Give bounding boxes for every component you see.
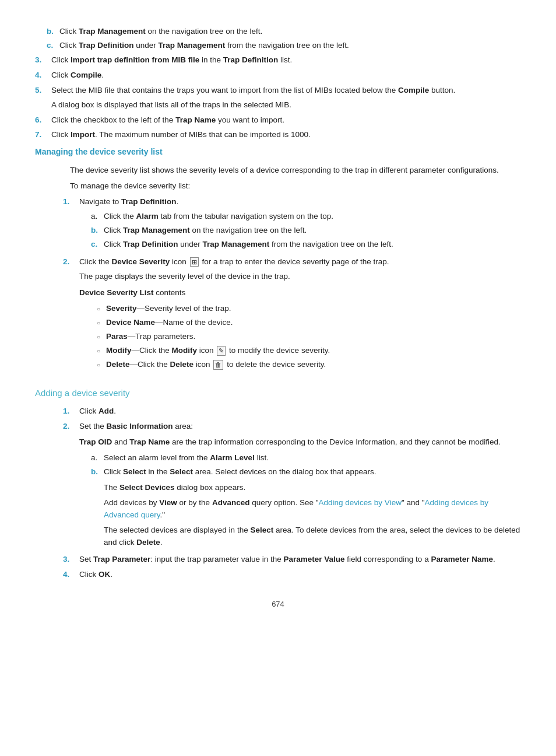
- step-b-content: Click Trap Management on the navigation …: [59, 26, 521, 38]
- adding-2b-subnotes: The Select Devices dialog box appears. A…: [104, 482, 521, 549]
- step-3-num: 3.: [35, 54, 51, 66]
- adding-2a-label: a.: [91, 452, 104, 464]
- adding-2b-bold1: Select: [123, 467, 146, 476]
- step-7-bold1: Import: [71, 130, 95, 139]
- step-b-label: b.: [47, 26, 59, 38]
- step-4-num: 4.: [35, 69, 51, 82]
- managing-step-1-content: Navigate to Trap Definition. a. Click th…: [79, 196, 521, 253]
- bullet-paras: ○ Paras—Trap parameters.: [97, 331, 521, 343]
- bullet-device-name-text: Device Name—Name of the device.: [106, 317, 233, 329]
- step-7-num: 7.: [35, 129, 51, 141]
- managing-step-1-bold: Trap Definition: [121, 197, 177, 206]
- managing-step-1b: b. Click Trap Management on the navigati…: [91, 225, 521, 237]
- bullet-modify-text: Modify—Click the Modify icon ✎ to modify…: [106, 345, 330, 357]
- device-severity-list-heading: Device Severity List: [79, 288, 154, 297]
- step-4-bold1: Compile: [71, 71, 101, 79]
- trap-oid-bold: Trap OID: [79, 438, 112, 446]
- managing-step-2-content: Click the Device Severity icon ⊞ for a t…: [79, 256, 521, 374]
- step-b-bold1: Trap Management: [79, 27, 146, 36]
- bullet-device-name: ○ Device Name—Name of the device.: [97, 317, 521, 329]
- bullet-icon-1: ○: [97, 304, 106, 314]
- step-6-content: Click the checkbox to the left of the Tr…: [51, 114, 521, 127]
- bullet-icon-5: ○: [97, 360, 106, 370]
- managing-1a-content: Click the Alarm tab from the tabular nav…: [104, 211, 521, 223]
- managing-step-1-substeps: a. Click the Alarm tab from the tabular …: [91, 211, 521, 251]
- adding-step-2-num: 2.: [63, 421, 79, 433]
- adding-2a-bold: Alarm Level: [210, 453, 255, 462]
- adding-step-3-bold3: Parameter Name: [431, 555, 493, 564]
- managing-1c-bold1: Trap Definition: [123, 240, 178, 249]
- managing-heading: Managing the device severity list: [35, 146, 521, 159]
- adding-step-2-bold: Basic Information: [107, 422, 173, 430]
- bullet-severity: ○ Severity—Severity level of the trap.: [97, 303, 521, 315]
- managing-1c-content: Click Trap Definition under Trap Managem…: [104, 239, 521, 251]
- bullet-icon-4: ○: [97, 346, 106, 356]
- intro-step-c: c. Click Trap Definition under Trap Mana…: [47, 40, 521, 52]
- adding-step-2: 2. Set the Basic Information area: Trap …: [63, 421, 521, 551]
- managing-1b-content: Click Trap Management on the navigation …: [104, 225, 521, 237]
- adding-step-2-substeps: a. Select an alarm level from the Alarm …: [91, 452, 521, 548]
- managing-1b-bold: Trap Management: [123, 226, 190, 235]
- adding-step-2a: a. Select an alarm level from the Alarm …: [91, 452, 521, 464]
- managing-para2: To manage the device severity list:: [70, 180, 521, 192]
- bullet-paras-text: Paras—Trap parameters.: [106, 331, 195, 343]
- adding-2b-note1: The Select Devices dialog box appears.: [104, 482, 521, 494]
- bullet-severity-text: Severity—Severity level of the trap.: [106, 303, 231, 315]
- intro-step-b: b. Click Trap Management on the navigati…: [47, 26, 521, 38]
- adding-step-4: 4. Click OK.: [63, 569, 521, 581]
- step-c-label: c.: [47, 40, 59, 52]
- managing-1b-label: b.: [91, 225, 104, 237]
- adding-step-4-content: Click OK.: [79, 569, 521, 581]
- page-content: b. Click Trap Management on the navigati…: [35, 26, 521, 610]
- step-3-content: Click Import trap definition from MIB fi…: [51, 54, 521, 66]
- steps-3-7: 3. Click Import trap definition from MIB…: [35, 54, 521, 142]
- adding-2a-content: Select an alarm level from the Alarm Lev…: [104, 452, 521, 464]
- adding-heading: Adding a device severity: [35, 386, 521, 400]
- managing-step-1: 1. Navigate to Trap Definition. a. Click…: [63, 196, 521, 253]
- adding-step-3-num: 3.: [63, 554, 79, 566]
- bullet-delete: ○ Delete—Click the Delete icon 🗑 to dele…: [97, 359, 521, 371]
- adding-step-3-bold2: Parameter Value: [283, 555, 344, 564]
- device-severity-list-section: Device Severity List contents ○ Severity…: [79, 287, 521, 371]
- step-6-num: 6.: [35, 114, 51, 127]
- managing-step-1a: a. Click the Alarm tab from the tabular …: [91, 211, 521, 223]
- page-number: 674: [35, 598, 521, 610]
- adding-step-2-note: Trap OID and Trap Name are the trap info…: [79, 436, 521, 449]
- modify-icon: ✎: [217, 346, 226, 355]
- link-adding-by-view[interactable]: Adding devices by View: [319, 498, 402, 507]
- adding-2b-note2: Add devices by View or by the Advanced q…: [104, 497, 521, 522]
- managing-1c-bold2: Trap Management: [203, 240, 270, 249]
- adding-step-1-num: 1.: [63, 405, 79, 418]
- managing-step-2-note: The page displays the severity level of …: [79, 271, 521, 283]
- managing-1a-bold: Alarm: [136, 212, 159, 220]
- adding-2b-content: Click Select in the Select area. Select …: [104, 466, 521, 549]
- step-c-content: Click Trap Definition under Trap Managem…: [59, 40, 521, 52]
- step-4: 4. Click Compile.: [35, 69, 521, 82]
- delete-icon: 🗑: [213, 360, 223, 369]
- managing-step-2-num: 2.: [63, 256, 79, 268]
- adding-2b-note3: The selected devices are displayed in th…: [104, 524, 521, 549]
- bullet-delete-text: Delete—Click the Delete icon 🗑 to delete…: [106, 359, 326, 371]
- managing-section: Managing the device severity list The de…: [35, 146, 521, 374]
- adding-step-3: 3. Set Trap Parameter: input the trap pa…: [63, 554, 521, 566]
- step-6: 6. Click the checkbox to the left of the…: [35, 114, 521, 127]
- bullet-icon-3: ○: [97, 332, 106, 342]
- managing-1a-label: a.: [91, 211, 104, 223]
- managing-step-1-num: 1.: [63, 196, 79, 208]
- step-7-content: Click Import. The maximum number of MIBs…: [51, 129, 521, 141]
- step-3: 3. Click Import trap definition from MIB…: [35, 54, 521, 66]
- adding-steps: 1. Click Add. 2. Set the Basic Informati…: [63, 405, 521, 581]
- intro-alpha-list: b. Click Trap Management on the navigati…: [47, 26, 521, 52]
- step-5: 5. Select the MIB file that contains the…: [35, 85, 521, 111]
- managing-para1: The device severity list shows the sever…: [70, 164, 521, 177]
- bullet-modify: ○ Modify—Click the Modify icon ✎ to modi…: [97, 345, 521, 357]
- adding-step-3-bold1: Trap Parameter: [93, 555, 150, 564]
- step-7: 7. Click Import. The maximum number of M…: [35, 129, 521, 141]
- step-c-bold2: Trap Management: [159, 41, 226, 50]
- managing-step-2: 2. Click the Device Severity icon ⊞ for …: [63, 256, 521, 374]
- managing-step-1c: c. Click Trap Definition under Trap Mana…: [91, 239, 521, 251]
- managing-1c-label: c.: [91, 239, 104, 251]
- step-5-num: 5.: [35, 85, 51, 97]
- step-c-bold1: Trap Definition: [79, 41, 134, 50]
- adding-step-1-content: Click Add.: [79, 405, 521, 418]
